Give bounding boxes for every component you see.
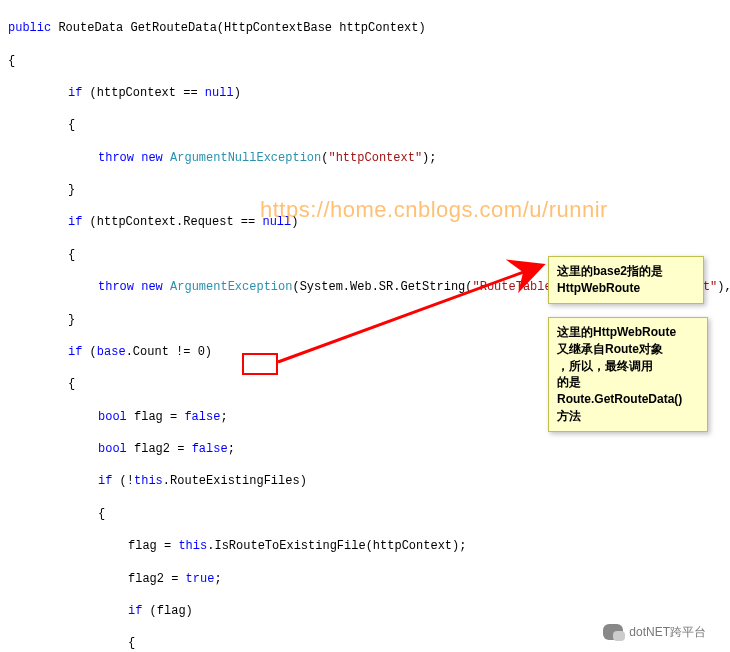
kw-this: this — [134, 474, 163, 488]
kw-if: if — [68, 86, 82, 100]
txt: (flag) — [142, 604, 192, 618]
kw-null: null — [205, 86, 234, 100]
txt: ) — [234, 86, 241, 100]
kw-if: if — [98, 474, 112, 488]
txt: .Count != 0) — [126, 345, 212, 359]
semi: ; — [214, 572, 221, 586]
kw-false: false — [184, 410, 220, 424]
footer-text: dotNET跨平台 — [629, 624, 706, 640]
annotation-2-line-3: ，所以，最终调用 — [557, 358, 699, 375]
kw-null: null — [262, 215, 291, 229]
wechat-icon — [603, 624, 623, 640]
txt: (httpContext == — [82, 86, 204, 100]
kw-throw: throw — [98, 280, 134, 294]
kw-new: new — [141, 280, 163, 294]
annotation-2-line-1: 这里的HttpWebRoute — [557, 324, 699, 341]
txt: (! — [112, 474, 134, 488]
kw-false: false — [192, 442, 228, 456]
string: "httpContext" — [328, 151, 422, 165]
kw-bool: bool — [98, 410, 127, 424]
annotation-2-line-5: Route.GetRouteData() — [557, 391, 699, 408]
kw-if: if — [68, 345, 82, 359]
red-highlight-box — [242, 353, 278, 375]
kw-true: true — [186, 572, 215, 586]
brace: { — [8, 53, 722, 69]
annotation-2-line-4: 的是 — [557, 374, 699, 391]
annotation-2-line-2: 又继承自Route对象 — [557, 341, 699, 358]
txt: ( — [82, 345, 96, 359]
annotation-1-line-1: 这里的base2指的是 — [557, 263, 695, 280]
txt: flag = — [128, 539, 178, 553]
semi: ; — [220, 410, 227, 424]
kw-base: base — [97, 345, 126, 359]
kw-new: new — [141, 151, 163, 165]
txt: (System.Web.SR.GetString( — [292, 280, 472, 294]
annotation-box-2: 这里的HttpWebRoute 又继承自Route对象 ，所以，最终调用 的是 … — [548, 317, 708, 432]
kw-if: if — [128, 604, 142, 618]
brace: { — [8, 117, 722, 133]
txt: ) — [291, 215, 298, 229]
annotation-2-line-6: 方法 — [557, 408, 699, 425]
brace: { — [8, 506, 722, 522]
kw-throw: throw — [98, 151, 134, 165]
kw-bool: bool — [98, 442, 127, 456]
brace: } — [8, 182, 722, 198]
txt: (httpContext.Request == — [82, 215, 262, 229]
txt: flag = — [127, 410, 185, 424]
kw-if: if — [68, 215, 82, 229]
kw-public: public — [8, 21, 51, 35]
annotation-box-1: 这里的base2指的是 HttpWebRoute — [548, 256, 704, 304]
annotation-1-line-2: HttpWebRoute — [557, 280, 695, 297]
txt: ); — [422, 151, 436, 165]
type: ArgumentException — [170, 280, 292, 294]
txt: .IsRouteToExistingFile(httpContext); — [207, 539, 466, 553]
txt: flag2 = — [127, 442, 192, 456]
txt: ), — [717, 280, 730, 294]
txt: flag2 = — [128, 572, 186, 586]
footer-logo: dotNET跨平台 — [603, 624, 706, 640]
method-sig: RouteData GetRouteData(HttpContextBase h… — [51, 21, 425, 35]
kw-this: this — [178, 539, 207, 553]
type: ArgumentNullException — [170, 151, 321, 165]
semi: ; — [228, 442, 235, 456]
txt: .RouteExistingFiles) — [163, 474, 307, 488]
